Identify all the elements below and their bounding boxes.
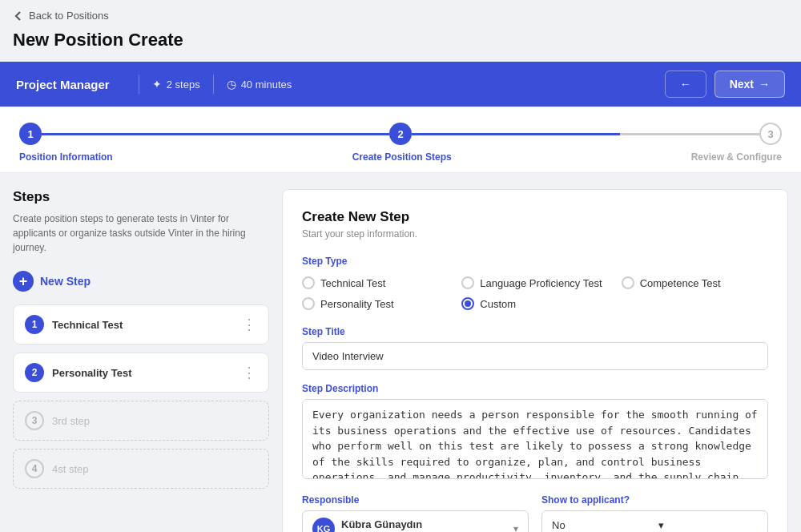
progress-step-3[interactable]: 3 xyxy=(759,123,782,145)
progress-section: 1 2 3 Position Information Create Positi… xyxy=(0,107,801,173)
step-title-label: Step Title xyxy=(302,326,768,337)
radio-language[interactable]: Language Proficiency Test xyxy=(461,276,608,289)
step-num-2: 2 xyxy=(25,363,44,382)
chevron-down-icon-2: ▾ xyxy=(658,519,759,531)
steps-count: 2 steps xyxy=(167,79,200,91)
back-label: Back to Positions xyxy=(29,10,109,22)
show-applicant-value: No xyxy=(552,519,652,531)
left-panel: Steps Create position steps to generate … xyxy=(13,189,269,532)
plus-circle-icon: + xyxy=(13,271,34,292)
radio-circle-language xyxy=(461,276,474,289)
radio-custom[interactable]: Custom xyxy=(461,297,608,310)
back-navigation[interactable]: Back to Positions xyxy=(0,0,801,26)
new-step-label: New Step xyxy=(40,275,91,288)
show-applicant-dropdown[interactable]: No ▾ xyxy=(541,510,768,532)
responsible-name: Kübra Günaydın xyxy=(341,518,507,530)
new-step-button[interactable]: + New Step xyxy=(13,271,269,292)
steps-description: Create position steps to generate tests … xyxy=(13,212,269,255)
clock-icon: ◷ xyxy=(227,78,236,91)
time-meta: ◷ 40 minutes xyxy=(227,78,292,91)
responsible-group: Responsible KG Kübra Günaydın Project Ma… xyxy=(302,494,529,532)
responsible-info: Kübra Günaydın Project Manager xyxy=(341,518,507,533)
step-type-label: Step Type xyxy=(302,256,768,267)
step-num-4: 4 xyxy=(25,459,44,478)
create-step-title: Create New Step xyxy=(302,209,768,225)
progress-step-1[interactable]: 1 xyxy=(19,123,42,145)
radio-personality[interactable]: Personality Test xyxy=(302,297,449,310)
progress-label-1: Position Information xyxy=(19,151,113,163)
radio-label-personality: Personality Test xyxy=(320,298,394,310)
next-label: Next xyxy=(730,78,754,91)
next-button[interactable]: Next → xyxy=(714,71,785,98)
progress-label-2: Create Position Steps xyxy=(352,151,452,163)
step-title-group: Step Title xyxy=(302,326,768,370)
prev-button[interactable]: ← xyxy=(665,71,706,98)
step-label-4: 4st step xyxy=(52,463,257,475)
progress-label-3: Review & Configure xyxy=(691,151,782,163)
step-menu-2[interactable]: ⋮ xyxy=(242,364,257,381)
step-line-1 xyxy=(42,133,389,135)
chevron-down-icon: ▾ xyxy=(513,523,518,532)
step-label-1: Technical Test xyxy=(52,319,234,331)
show-applicant-group: Show to applicant? No ▾ xyxy=(541,494,768,532)
radio-circle-personality xyxy=(302,297,315,310)
show-applicant-label: Show to applicant? xyxy=(541,494,768,506)
steps-meta: ✦ 2 steps xyxy=(152,78,200,91)
time-label: 40 minutes xyxy=(241,79,292,91)
radio-circle-custom xyxy=(461,297,474,310)
position-name: Project Manager xyxy=(16,78,126,91)
radio-label-technical: Technical Test xyxy=(320,277,385,289)
progress-step-2[interactable]: 2 xyxy=(389,123,412,145)
step-item-3: 3 3rd step xyxy=(13,401,269,441)
step-description-group: Step Description Every organization need… xyxy=(302,383,768,482)
radio-technical[interactable]: Technical Test xyxy=(302,276,449,289)
step-label-3: 3rd step xyxy=(52,415,257,427)
step-num-3: 3 xyxy=(25,411,44,430)
radio-label-competence: Competence Test xyxy=(640,277,721,289)
page-title: New Position Create xyxy=(0,26,801,62)
header-divider2 xyxy=(213,75,214,94)
step-item-1: 1 Technical Test ⋮ xyxy=(13,304,269,345)
responsible-dropdown[interactable]: KG Kübra Günaydın Project Manager ▾ xyxy=(302,510,529,532)
step-title-input[interactable] xyxy=(302,342,768,370)
responsible-label: Responsible xyxy=(302,494,529,506)
step-menu-1[interactable]: ⋮ xyxy=(242,316,257,333)
step-item-2: 2 Personality Test ⋮ xyxy=(13,353,269,393)
create-step-subtitle: Start your step information. xyxy=(302,228,768,240)
radio-label-custom: Custom xyxy=(480,298,516,310)
step-label-2: Personality Test xyxy=(52,367,234,379)
radio-label-language: Language Proficiency Test xyxy=(480,277,602,289)
step-item-4: 4 4st step xyxy=(13,449,269,489)
step-type-options: Technical Test Language Proficiency Test… xyxy=(302,276,768,310)
radio-circle-competence xyxy=(622,276,634,289)
step-description-label: Step Description xyxy=(302,383,768,394)
right-panel: Create New Step Start your step informat… xyxy=(282,189,788,532)
radio-circle-technical xyxy=(302,276,315,289)
header-divider xyxy=(139,75,139,94)
header-bar: Project Manager ✦ 2 steps ◷ 40 minutes ←… xyxy=(0,62,801,107)
next-arrow-icon: → xyxy=(759,78,770,91)
step-line-2 xyxy=(412,133,759,135)
steps-icon: ✦ xyxy=(152,78,162,91)
steps-title: Steps xyxy=(13,189,269,205)
responsible-avatar: KG xyxy=(312,518,335,532)
radio-competence[interactable]: Competence Test xyxy=(622,276,768,289)
step-num-1: 1 xyxy=(25,315,44,334)
step-description-input[interactable]: Every organization needs a person respon… xyxy=(302,399,768,479)
bottom-row: Responsible KG Kübra Günaydın Project Ma… xyxy=(302,494,768,532)
